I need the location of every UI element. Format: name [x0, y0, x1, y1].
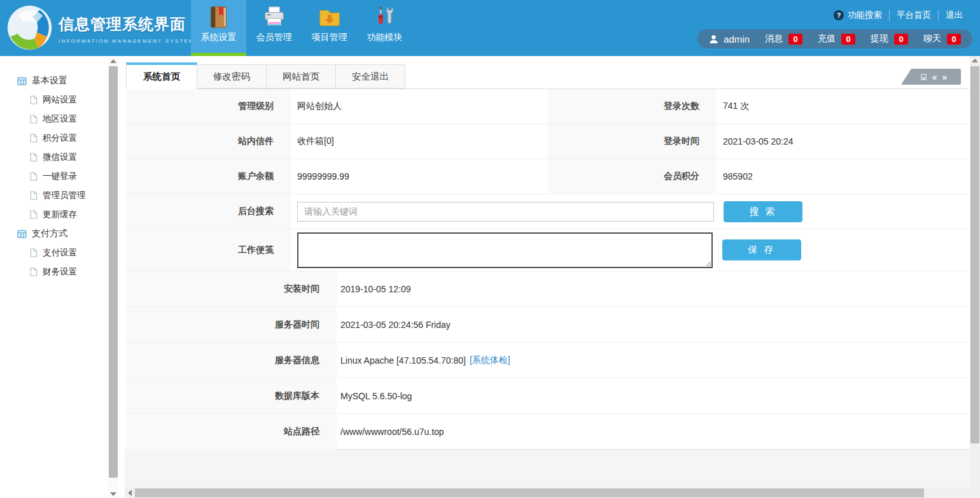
messages-count-badge[interactable]: 0: [788, 34, 802, 45]
field-label: 会员积分: [548, 159, 717, 194]
inbox-link[interactable]: 收件箱[0]: [291, 124, 548, 159]
sidebar-group-basic-settings[interactable]: 基本设置: [0, 71, 125, 90]
field-label: 工作便笺: [126, 229, 291, 271]
field-label: 安装时间: [126, 271, 337, 306]
sysinfo-row-site-path: 站点路径 /www/wwwroot/56.u7u.top: [126, 414, 969, 450]
field-label: 管理级别: [126, 89, 291, 124]
chat-item[interactable]: 聊天 0: [923, 33, 961, 45]
sidebar-item-finance-settings[interactable]: 财务设置: [0, 262, 125, 281]
nav-item-system-settings[interactable]: 系统设置: [191, 0, 246, 56]
nav-item-member-management[interactable]: 会员管理: [246, 0, 302, 56]
system-check-link[interactable]: [系统体检]: [470, 355, 510, 366]
sidebar-item-region-settings[interactable]: 地区设置: [0, 110, 125, 129]
search-button[interactable]: 搜 索: [724, 201, 802, 222]
main-scrollbar-thumb[interactable]: [970, 66, 979, 443]
page-icon: [30, 96, 38, 104]
field-label: 账户余额: [126, 159, 291, 194]
sidebar-item-wechat-settings[interactable]: 微信设置: [0, 148, 125, 167]
logout-link[interactable]: 退出: [938, 10, 970, 21]
function-search-link[interactable]: ? 功能搜索: [827, 10, 889, 21]
save-button[interactable]: 保 存: [722, 239, 801, 260]
sidebar-group-payment-methods[interactable]: 支付方式: [0, 224, 125, 243]
scroll-up-arrow-icon[interactable]: [110, 59, 116, 63]
withdraw-count-badge[interactable]: 0: [894, 34, 908, 45]
folder-download-icon: [318, 5, 342, 29]
tab-website-home[interactable]: 网站首页: [266, 64, 336, 89]
sidebar-item-update-cache[interactable]: 更新缓存: [0, 205, 125, 224]
field-value: 985902: [717, 159, 969, 194]
tab-safe-logout[interactable]: 安全退出: [335, 64, 405, 89]
sidebar-item-one-click-login[interactable]: 一键登录: [0, 167, 125, 186]
page-icon: [30, 134, 38, 143]
panel-collapse-widget[interactable]: « »: [901, 69, 961, 85]
sidebar-scrollbar[interactable]: [108, 57, 118, 498]
withdraw-item[interactable]: 提现 0: [871, 33, 908, 45]
logo-globe-icon: [6, 4, 53, 52]
field-label: 服务器信息: [126, 343, 337, 378]
sidebar-item-label: 微信设置: [43, 152, 77, 163]
content-footer-strip: [125, 450, 970, 488]
nav-item-label: 功能模块: [367, 32, 403, 43]
tab-change-password[interactable]: 修改密码: [197, 64, 267, 89]
recharge-item[interactable]: 充值 0: [818, 33, 855, 45]
work-memo-textarea[interactable]: [297, 232, 713, 268]
field-value: 2019-10-05 12:09: [337, 271, 969, 306]
sidebar-item-payment-settings[interactable]: 支付设置: [0, 243, 125, 262]
platform-home-label: 平台首页: [897, 10, 931, 21]
sysinfo-row-database-version: 数据库版本 MySQL 5.6.50-log: [126, 378, 969, 414]
function-search-label: 功能搜索: [848, 10, 882, 21]
field-label: 登录次数: [548, 89, 717, 124]
app-logo-text: 信息管理系统界面 INFORMATION MANAGEMENT SYSTEM G…: [59, 14, 211, 44]
scroll-left-arrow-icon[interactable]: [128, 490, 132, 496]
field-value: 99999999.99: [291, 159, 548, 194]
withdraw-label: 提现: [871, 33, 888, 45]
field-value: 网站创始人: [291, 89, 548, 124]
grid-icon: [17, 76, 27, 86]
sidebar-menu: 基本设置 网站设置 地区设置 积分设置 微信设置 一键登录: [0, 56, 125, 281]
field-label: 站内信件: [126, 124, 291, 159]
page-icon: [30, 191, 38, 200]
sidebar-item-points-settings[interactable]: 积分设置: [0, 129, 125, 148]
scroll-up-arrow-icon[interactable]: [972, 59, 978, 62]
page-icon: [30, 267, 38, 276]
field-value: MySQL 5.6.50-log: [337, 378, 969, 413]
backend-search-row: 后台搜索 搜 索: [126, 194, 969, 229]
book-icon: [207, 5, 231, 29]
collapse-left-icon[interactable]: «: [932, 73, 937, 82]
help-icon: ?: [834, 10, 844, 20]
messages-label: 消息: [765, 33, 783, 45]
sidebar-group-label: 支付方式: [32, 228, 67, 239]
save-page-icon: [920, 73, 927, 81]
chat-count-badge[interactable]: 0: [947, 34, 961, 45]
main-vertical-scrollbar[interactable]: [970, 56, 980, 488]
messages-item[interactable]: 消息 0: [765, 33, 802, 45]
scrollbar-corner: [970, 488, 980, 498]
field-value: /www/wwwroot/56.u7u.top: [337, 414, 969, 450]
main-nav: 系统设置 会员管理 项目管理: [191, 0, 412, 56]
info-row-admin-level: 管理级别 网站创始人 登录次数 741 次: [126, 89, 969, 124]
sidebar-scrollbar-thumb[interactable]: [109, 66, 118, 478]
grid-icon: [17, 229, 27, 239]
nav-item-label: 项目管理: [312, 32, 347, 43]
field-label: 后台搜索: [126, 194, 291, 229]
tab-system-home[interactable]: 系统首页: [126, 62, 197, 89]
horizontal-scrollbar[interactable]: [125, 488, 970, 498]
sidebar-item-admin-management[interactable]: 管理员管理: [0, 186, 125, 205]
recharge-label: 充值: [818, 33, 836, 45]
server-info-text: Linux Apache [47.105.54.70:80]: [340, 355, 466, 366]
recharge-count-badge[interactable]: 0: [841, 34, 855, 45]
field-value: 2021-03-05 20:24: [717, 124, 969, 159]
backend-search-input[interactable]: [297, 202, 714, 222]
scroll-down-arrow-icon[interactable]: [110, 492, 116, 496]
info-row-site-mail: 站内信件 收件箱[0] 登录时间 2021-03-05 20:24: [126, 124, 969, 159]
logout-label: 退出: [946, 10, 963, 21]
page-icon: [30, 115, 38, 124]
horizontal-scrollbar-thumb[interactable]: [135, 488, 924, 497]
platform-home-link[interactable]: 平台首页: [889, 10, 938, 21]
collapse-right-icon[interactable]: »: [942, 73, 948, 82]
sidebar-item-website-settings[interactable]: 网站设置: [0, 90, 125, 110]
nav-item-function-modules[interactable]: 功能模块: [357, 0, 412, 56]
top-header: 信息管理系统界面 INFORMATION MANAGEMENT SYSTEM G…: [0, 0, 980, 56]
sysinfo-row-install-time: 安装时间 2019-10-05 12:09: [126, 271, 969, 307]
nav-item-project-management[interactable]: 项目管理: [302, 0, 357, 56]
